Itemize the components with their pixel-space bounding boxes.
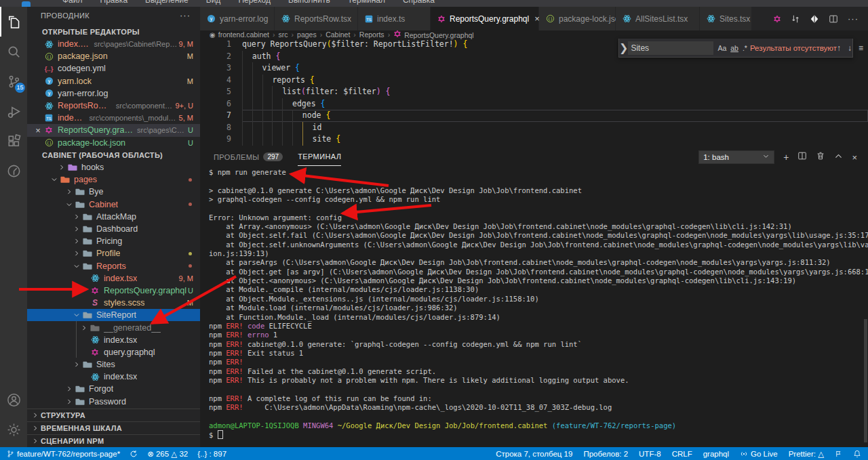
activity-gear[interactable]: [0, 415, 27, 444]
panel-action-split-editor[interactable]: [797, 151, 807, 163]
open-editor-index.tsx[interactable]: index.tsxsrc\pages\Cabinet\Reports9, M: [27, 38, 200, 50]
code-line-9[interactable]: 9site {: [200, 133, 868, 146]
status-UTF-8[interactable]: UTF-8: [639, 450, 661, 458]
open-editor-codegen.yml[interactable]: {..}codegen.yml: [27, 62, 200, 75]
regex-icon[interactable]: .*: [743, 44, 747, 52]
status-Go Live[interactable]: Go Live: [740, 450, 778, 458]
menu-item-Выделение[interactable]: Выделение: [145, 0, 189, 5]
tree-item-pages[interactable]: pages: [27, 173, 200, 186]
tab-ReportsQuery.graphql[interactable]: ReportsQuery.graphql×: [431, 7, 539, 30]
activity-search[interactable]: [0, 37, 27, 66]
open-editor-ReportsQuery.graphql[interactable]: ×ReportsQuery.graphqlsrc\pages\Cabi...U: [27, 124, 200, 136]
panel-tab-ТЕРМИНАЛ[interactable]: ТЕРМИНАЛ: [298, 148, 341, 166]
tree-item-ReportsQuery.graphql[interactable]: ReportsQuery.graphqlU: [27, 285, 200, 297]
tree-item-Dashboard[interactable]: Dashboard: [27, 223, 200, 235]
tab-index.ts[interactable]: TSindex.ts: [358, 7, 431, 30]
tree-item-AttackMap[interactable]: AttackMap: [27, 211, 200, 223]
tree-item-Cabinet[interactable]: Cabinet: [27, 198, 200, 211]
menu-item-Терминал[interactable]: Терминал: [348, 0, 385, 5]
code-line-5[interactable]: 5list(filter: $filter) {: [200, 86, 868, 98]
open-editors-header[interactable]: ОТКРЫТЫЕ РЕДАКТОРЫ: [27, 26, 200, 38]
activity-run-debug[interactable]: [0, 96, 27, 126]
tree-item-Profile[interactable]: Profile: [27, 247, 200, 259]
terminal-output[interactable]: $ npm run generate > cabinet@0.1.0 gener…: [209, 168, 863, 439]
open-editor-package.json[interactable]: {}package.jsonM: [27, 50, 200, 62]
status-{..} : 897[interactable]: {..} : 897: [197, 450, 226, 458]
find-in-selection-icon[interactable]: ≡: [859, 43, 863, 53]
find-expand-chevron-icon[interactable]: ❯: [619, 39, 628, 57]
action-graphql[interactable]: [773, 15, 781, 23]
tree-item-Forgot[interactable]: Forgot: [27, 383, 200, 395]
status-Строка 7, столбец 19[interactable]: Строка 7, столбец 19: [496, 450, 572, 458]
tree-item-SiteReport[interactable]: SiteReport: [27, 309, 200, 321]
panel-tab-ПРОБЛЕМЫ[interactable]: ПРОБЛЕМЫ297: [214, 148, 283, 166]
action-kebab[interactable]: ···: [848, 14, 859, 24]
sidebar-panel-СЦЕНАРИИ NPM[interactable]: СЦЕНАРИИ NPM: [27, 434, 200, 447]
tab-Sites.tsx[interactable]: Sites.tsx: [700, 7, 752, 30]
menu-item-Переход[interactable]: Переход: [238, 0, 271, 5]
menu-item-Правка[interactable]: Правка: [100, 0, 128, 5]
action-split-editor[interactable]: [829, 14, 838, 24]
panel-action-chevron-up[interactable]: [834, 151, 843, 163]
tree-item-__generated__[interactable]: __generated__: [27, 321, 200, 333]
open-editor-ReportsRow.tsx[interactable]: ReportsRow.tsxsrc\components\_...9+, U: [27, 100, 200, 112]
activity-files[interactable]: [0, 7, 27, 37]
activity-source-control[interactable]: 15: [0, 66, 27, 96]
tree-item-Reports[interactable]: Reports: [27, 260, 200, 272]
tree-item-Sites[interactable]: Sites: [27, 358, 200, 371]
close-icon[interactable]: ×: [33, 125, 43, 135]
tree-item-Bye[interactable]: Bye: [27, 186, 200, 198]
tab-package-lock.json[interactable]: {}package-lock.json: [539, 7, 616, 30]
tree-item-index.tsx[interactable]: index.tsx: [27, 371, 200, 383]
tree-item-index.tsx[interactable]: index.tsx: [27, 334, 200, 346]
status-sync[interactable]: [130, 450, 138, 458]
menu-item-Вид[interactable]: Вид: [206, 0, 221, 5]
status-⊗ 265 △ 32[interactable]: ⊗ 265 △ 32: [147, 449, 188, 459]
sidebar-panel-СТРУКТУРА[interactable]: СТРУКТУРА: [27, 409, 200, 421]
status-Prettier: △[interactable]: Prettier: △: [789, 449, 824, 459]
open-editor-yarn.lock[interactable]: yyarn.lockM: [27, 75, 200, 87]
action-compare[interactable]: [791, 14, 800, 24]
tab-yarn-error.log[interactable]: yyarn-error.log: [200, 7, 275, 30]
menu-item-Справка[interactable]: Справка: [403, 0, 435, 5]
status-bell[interactable]: [853, 450, 861, 458]
tab-ReportsRow.tsx[interactable]: ReportsRow.tsx: [275, 7, 358, 30]
more-actions-icon[interactable]: ···: [180, 7, 191, 24]
action-diamond[interactable]: [810, 14, 819, 24]
status-flag[interactable]: [835, 450, 842, 458]
tree-item-index.tsx[interactable]: index.tsx9, M: [27, 272, 200, 285]
prev-match-icon[interactable]: ↑: [837, 43, 841, 53]
open-editor-index.ts[interactable]: TSindex.tssrc\components\_modules\...5, …: [27, 112, 200, 124]
whole-word-icon[interactable]: ab: [730, 44, 738, 52]
status-Пробелов: 2[interactable]: Пробелов: 2: [583, 450, 628, 458]
open-editor-package-lock.json[interactable]: {}package-lock.jsonU: [27, 137, 200, 149]
terminal-shell-select[interactable]: 1: bash: [698, 150, 774, 164]
code-line-4[interactable]: 4reports {: [200, 75, 868, 87]
status-graphql[interactable]: graphql: [703, 450, 729, 458]
panel-action-plus[interactable]: +: [783, 151, 789, 163]
activity-extensions[interactable]: [0, 126, 27, 156]
status-CRLF[interactable]: CRLF: [672, 450, 692, 458]
tree-item-query.graphql[interactable]: query.graphql: [27, 346, 200, 358]
activity-circle-tool[interactable]: [0, 156, 27, 186]
sidebar-panel-ВРЕМЕННАЯ ШКАЛА[interactable]: ВРЕМЕННАЯ ШКАЛА: [27, 421, 200, 434]
tab-AllSitesList.tsx[interactable]: AllSitesList.tsx: [616, 7, 700, 30]
code-line-6[interactable]: 6edges {: [200, 98, 868, 110]
panel-action-trash[interactable]: [816, 151, 825, 163]
tree-item-Password[interactable]: Password: [27, 396, 200, 408]
next-match-icon[interactable]: ↓: [848, 43, 852, 53]
open-editor-yarn-error.log[interactable]: yyarn-error.log: [27, 87, 200, 100]
status-feature/WT-762/reports[interactable]: feature/WT-762/reports-page*: [7, 450, 120, 458]
menu-item-Файл[interactable]: Файл: [62, 0, 83, 5]
find-input[interactable]: [628, 41, 713, 55]
match-case-icon[interactable]: Aa: [717, 44, 726, 52]
panel-action-close[interactable]: ×: [852, 151, 857, 163]
menu-item-Выполнить[interactable]: Выполнить: [288, 0, 330, 5]
tree-item-styles.scss[interactable]: Sstyles.scssM: [27, 297, 200, 309]
activity-account[interactable]: [0, 385, 27, 415]
tree-item-hooks[interactable]: hooks: [27, 161, 200, 173]
code-line-7[interactable]: 7node {: [200, 110, 868, 122]
tree-item-Pricing[interactable]: Pricing: [27, 235, 200, 247]
workspace-header[interactable]: CABINET (РАБОЧАЯ ОБЛАСТЬ): [27, 149, 200, 161]
terminal-scrollbar[interactable]: [863, 168, 868, 442]
